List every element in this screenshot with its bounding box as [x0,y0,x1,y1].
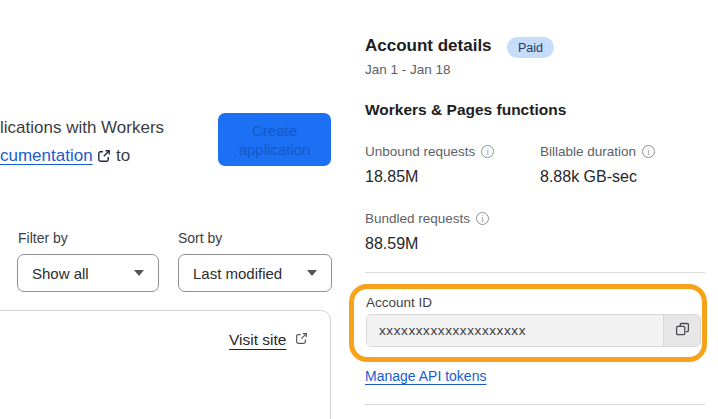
intro-suffix: to [116,146,130,165]
metric-label: Unbound requests [365,144,475,159]
visit-site-link[interactable]: Visit site [229,331,308,349]
metric-value: 8.88k GB-sec [540,168,710,186]
date-range: Jan 1 - Jan 18 [365,62,451,77]
metric-label: Billable duration [540,144,636,159]
project-card [0,310,331,419]
external-link-icon [295,331,308,349]
divider [365,404,705,405]
copy-button[interactable] [663,315,700,346]
chevron-down-icon [307,270,317,276]
functions-section-title: Workers & Pages functions [365,101,566,119]
filter-by-label: Filter by [18,230,68,246]
documentation-link[interactable]: cumentation [0,146,93,165]
metric-unbound-requests: Unbound requests i 18.85M [365,144,535,186]
info-icon[interactable]: i [476,212,489,225]
account-id-label: Account ID [366,295,432,310]
account-id-input[interactable] [367,315,663,346]
account-id-field-group [366,314,701,347]
intro-paragraph: lications with Workers cumentation to [0,114,215,172]
external-link-icon [97,144,111,172]
divider [365,272,705,273]
create-button-line2: application [239,141,311,158]
info-icon[interactable]: i [642,145,655,158]
account-details-title: Account details [365,36,492,56]
sort-dropdown[interactable]: Last modified [178,254,332,292]
metric-bundled-requests: Bundled requests i 88.59M [365,211,535,253]
info-icon[interactable]: i [481,145,494,158]
sort-dropdown-value: Last modified [193,265,282,282]
intro-line1: lications with Workers [0,118,164,137]
filter-dropdown-value: Show all [32,265,89,282]
copy-icon [675,322,690,340]
metric-billable-duration: Billable duration i 8.88k GB-sec [540,144,710,186]
metric-label: Bundled requests [365,211,470,226]
sort-by-label: Sort by [178,230,222,246]
create-application-button[interactable]: Create application [218,113,331,166]
visit-site-label: Visit site [229,331,286,349]
metric-value: 18.85M [365,168,535,186]
manage-api-tokens-link[interactable]: Manage API tokens [365,368,486,384]
workers-pages-dashboard: lications with Workers cumentation to Cr… [0,0,718,419]
create-button-line1: Create [252,122,297,139]
chevron-down-icon [134,270,144,276]
metric-value: 88.59M [365,235,535,253]
filter-dropdown[interactable]: Show all [17,254,159,292]
paid-badge: Paid [507,37,554,58]
